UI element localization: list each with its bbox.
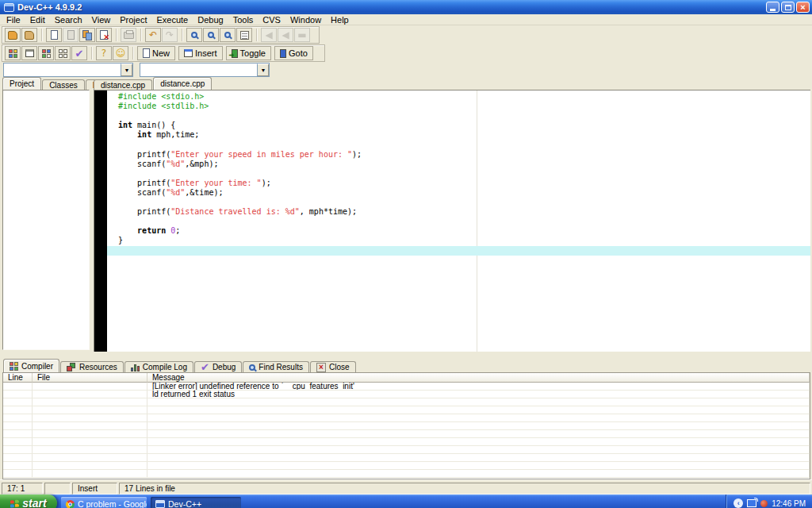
- tab-classes[interactable]: Classes: [42, 79, 85, 90]
- menu-debug[interactable]: Debug: [193, 15, 228, 25]
- menu-view[interactable]: View: [87, 15, 116, 25]
- table-row[interactable]: [3, 430, 810, 438]
- new-source-button[interactable]: [46, 28, 62, 42]
- table-row[interactable]: [3, 462, 810, 470]
- code-line-3[interactable]: [107, 111, 810, 121]
- find-in-files-button[interactable]: [220, 28, 236, 42]
- menu-help[interactable]: Help: [326, 15, 354, 25]
- save-all-button[interactable]: [79, 28, 95, 42]
- table-row[interactable]: [3, 406, 810, 414]
- code-line-14[interactable]: [107, 217, 810, 226]
- taskbar-button-devcpp[interactable]: Dev-C++: [151, 497, 241, 508]
- menu-project[interactable]: Project: [115, 15, 151, 25]
- code-line-17[interactable]: [107, 246, 810, 256]
- antivirus-icon[interactable]: [760, 500, 768, 507]
- menu-file[interactable]: File: [2, 15, 25, 25]
- compile-forward-button[interactable]: ◀: [278, 28, 293, 42]
- member-combobox[interactable]: ▼: [140, 63, 270, 77]
- report-tab-compiler[interactable]: Compiler: [3, 359, 59, 372]
- report-tab-find-results[interactable]: Find Results: [243, 361, 309, 372]
- editor-gutter[interactable]: [94, 90, 107, 352]
- project-browser-panel[interactable]: [2, 90, 90, 350]
- column-header-line[interactable]: Line: [3, 373, 33, 383]
- bookmark-goto-button[interactable]: Goto: [274, 46, 313, 60]
- rebuild-button[interactable]: [55, 46, 71, 60]
- help-button[interactable]: ?: [96, 46, 112, 60]
- menu-tools[interactable]: Tools: [228, 15, 259, 25]
- open-project-button[interactable]: [21, 28, 37, 42]
- minimize-button[interactable]: [766, 2, 779, 13]
- chevron-down-icon[interactable]: ▼: [121, 64, 132, 76]
- bookmark-insert-button[interactable]: Insert: [178, 46, 223, 60]
- code-line-5[interactable]: int mph,time;: [107, 130, 810, 140]
- table-row[interactable]: [3, 446, 810, 454]
- menu-cvs[interactable]: CVS: [258, 15, 285, 25]
- report-tab-compile-log[interactable]: Compile Log: [124, 361, 193, 372]
- table-row[interactable]: ld returned 1 exit status: [3, 391, 810, 398]
- taskbar-clock[interactable]: 12:46 PM: [772, 499, 806, 508]
- table-row[interactable]: [3, 414, 810, 422]
- code-line-13[interactable]: printf("Distance travelled is: %d", mph*…: [107, 207, 810, 217]
- goto-line-button[interactable]: [236, 28, 252, 42]
- save-button[interactable]: [63, 28, 79, 42]
- report-tab-close[interactable]: ×Close: [310, 361, 356, 372]
- title-bar[interactable]: Dev-C++ 4.9.9.2 ×: [0, 0, 812, 14]
- undo-button[interactable]: ↶: [145, 28, 161, 42]
- report-tab-debug[interactable]: ✔Debug: [194, 361, 242, 372]
- code-line-7[interactable]: printf("Enter your speed in miles per ho…: [107, 150, 810, 160]
- code-line-8[interactable]: scanf("%d",&mph);: [107, 160, 810, 169]
- code-line-16[interactable]: }: [107, 236, 810, 245]
- code-line-9[interactable]: [107, 169, 810, 179]
- about-button[interactable]: ☺: [113, 46, 128, 60]
- code-line-15[interactable]: return 0;: [107, 226, 810, 236]
- code-line-6[interactable]: [107, 140, 810, 149]
- print-button[interactable]: [121, 28, 136, 42]
- abort-button[interactable]: ▬: [294, 28, 310, 42]
- menu-search[interactable]: Search: [50, 15, 87, 25]
- new-project-button[interactable]: [5, 28, 21, 42]
- table-row[interactable]: [Linker error] undefined reference to `_…: [3, 383, 810, 391]
- close-button[interactable]: ×: [796, 2, 810, 13]
- report-tab-resources[interactable]: Resources: [60, 361, 124, 372]
- table-row[interactable]: [3, 470, 810, 478]
- find-button[interactable]: [186, 28, 202, 42]
- taskbar-button-chrome[interactable]: C problem - Google C...: [61, 497, 147, 508]
- editor-tab-1[interactable]: distance.cpp: [153, 77, 212, 90]
- network-icon[interactable]: [747, 499, 756, 507]
- code-line-10[interactable]: printf("Enter your time: ");: [107, 179, 810, 188]
- menu-window[interactable]: Window: [285, 15, 326, 25]
- table-row[interactable]: [3, 454, 810, 462]
- redo-button[interactable]: ↷: [162, 28, 178, 42]
- compile-back-button[interactable]: ◀: [261, 28, 277, 42]
- close-file-button[interactable]: ✕: [96, 28, 112, 42]
- compiler-results-table[interactable]: LineFileMessage [Linker error] undefined…: [2, 372, 810, 479]
- table-row[interactable]: [3, 438, 810, 446]
- editor-tab-0[interactable]: distance.cpp: [94, 79, 152, 90]
- table-row[interactable]: [3, 398, 810, 406]
- compile-run-button[interactable]: [38, 46, 54, 60]
- menu-execute[interactable]: Execute: [151, 15, 193, 25]
- start-button[interactable]: start: [0, 495, 57, 508]
- code-line-11[interactable]: scanf("%d",&time);: [107, 188, 810, 198]
- restore-button[interactable]: [781, 2, 795, 13]
- code-editor[interactable]: #include <stdio.h>#include <stdlib.h>int…: [94, 90, 810, 352]
- code-line-12[interactable]: [107, 198, 810, 207]
- compile-button[interactable]: [5, 46, 21, 60]
- column-header-message[interactable]: Message: [147, 373, 810, 383]
- tab-project[interactable]: Project: [2, 77, 41, 90]
- code-line-2[interactable]: #include <stdlib.h>: [107, 102, 810, 111]
- bookmark-toggle-button[interactable]: ➜Toggle: [226, 46, 271, 60]
- bookmark-new-button[interactable]: New: [137, 46, 175, 60]
- code-line-4[interactable]: int main() {: [107, 121, 810, 130]
- column-header-file[interactable]: File: [33, 373, 147, 383]
- tray-collapse-icon[interactable]: ‹: [733, 498, 743, 508]
- class-browser-combobox[interactable]: ▼: [3, 63, 133, 77]
- table-row[interactable]: [3, 422, 810, 430]
- replace-button[interactable]: [203, 28, 219, 42]
- chevron-down-icon[interactable]: ▼: [257, 64, 269, 76]
- code-area[interactable]: #include <stdio.h>#include <stdlib.h>int…: [107, 90, 810, 352]
- menu-edit[interactable]: Edit: [25, 15, 50, 25]
- code-line-1[interactable]: #include <stdio.h>: [107, 92, 810, 102]
- run-button[interactable]: [21, 46, 37, 60]
- debug-button[interactable]: ✔: [71, 46, 87, 60]
